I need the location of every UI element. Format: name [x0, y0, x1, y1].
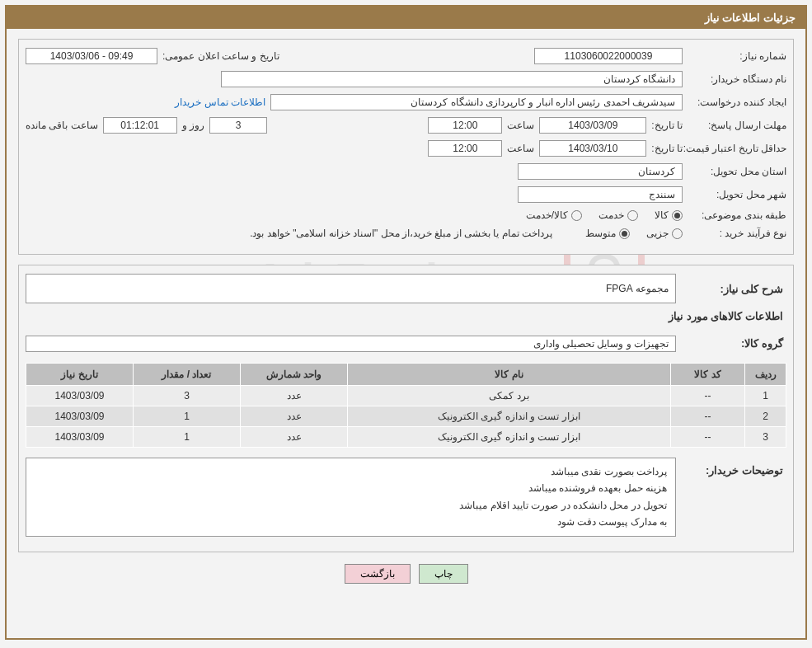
deadline-time: 12:00	[428, 117, 502, 134]
days-and-label: روز و	[182, 120, 204, 131]
time-label-1: ساعت	[507, 120, 534, 131]
radio-icon	[672, 228, 683, 239]
category-label: طبقه بندی موضوعی:	[688, 209, 786, 221]
delivery-province: کردستان	[518, 163, 683, 180]
group-label: گروه کالا:	[684, 337, 783, 350]
process-motavaset[interactable]: متوسط	[585, 228, 630, 239]
table-row: 3 -- ابزار تست و اندازه گیری الکترونیک ع…	[26, 427, 786, 448]
category-khedmat[interactable]: خدمت	[598, 209, 638, 221]
buyer-notes-label: توضیحات خریدار:	[684, 464, 783, 477]
time-label-2: ساعت	[507, 143, 534, 154]
print-button[interactable]: چاپ	[419, 564, 468, 584]
requester-label: ایجاد کننده درخواست:	[688, 96, 786, 108]
back-button[interactable]: بازگشت	[345, 564, 411, 584]
buyer-org-label: نام دستگاه خریدار:	[688, 73, 786, 85]
table-row: 2 -- ابزار تست و اندازه گیری الکترونیک ع…	[26, 406, 786, 427]
items-header: اطلاعات کالاهای مورد نیاز	[29, 310, 783, 322]
radio-icon	[619, 228, 630, 239]
validity-label: حداقل تاریخ اعتبار قیمت:	[688, 143, 786, 154]
page-header: جزئیات اطلاعات نیاز	[7, 7, 805, 29]
need-number-label: شماره نیاز:	[688, 50, 786, 62]
buyer-notes: پرداخت بصورت نقدی میباشد هزینه حمل بعهده…	[26, 458, 676, 537]
deadline-date: 1403/03/09	[539, 117, 646, 134]
need-panel: شرح کلی نیاز: مجموعه FPGA اطلاعات کالاها…	[18, 265, 794, 552]
info-panel: شماره نیاز: 1103060022000039 تاریخ و ساع…	[18, 39, 794, 255]
category-kala[interactable]: کالا	[655, 209, 683, 221]
overall-need-label: شرح کلی نیاز:	[684, 283, 783, 295]
radio-icon	[672, 210, 683, 221]
items-table: ردیف کد کالا نام کالا واحد شمارش تعداد /…	[26, 363, 786, 448]
th-date: تاریخ نیاز	[26, 364, 134, 386]
overall-need-value: مجموعه FPGA	[26, 274, 676, 303]
delivery-province-label: استان محل تحویل:	[688, 166, 786, 177]
delivery-city: سنندج	[518, 186, 683, 203]
th-name: نام کالا	[348, 364, 671, 386]
delivery-city-label: شهر محل تحویل:	[688, 189, 786, 200]
table-row: 1 -- برد کمکی عدد 3 1403/03/09	[26, 386, 786, 406]
process-label: نوع فرآیند خرید :	[688, 228, 786, 239]
announce-value: 09:49 - 1403/03/06	[26, 48, 157, 64]
th-qty: تعداد / مقدار	[134, 364, 241, 386]
remaining-label: ساعت باقی مانده	[26, 120, 98, 131]
to-date-label: تا تاریخ:	[651, 120, 683, 131]
days-remaining: 3	[209, 117, 267, 134]
requester-value: سیدشریف احمدی رئیس اداره انبار و کارپردا…	[270, 94, 683, 110]
th-code: کد کالا	[671, 364, 745, 386]
th-unit: واحد شمارش	[241, 364, 348, 386]
validity-date: 1403/03/10	[539, 140, 646, 157]
announce-label: تاریخ و ساعت اعلان عمومی:	[162, 50, 279, 62]
page-title: جزئیات اطلاعات نیاز	[705, 12, 796, 24]
buyer-org-value: دانشگاه کردستان	[221, 71, 683, 87]
deadline-label: مهلت ارسال پاسخ:	[688, 120, 786, 131]
process-jozi[interactable]: جزیی	[646, 228, 683, 239]
th-idx: ردیف	[745, 364, 786, 386]
group-value: تجهیزات و وسایل تحصیلی واداری	[26, 336, 676, 352]
to-date-label-2: تا تاریخ:	[651, 143, 683, 154]
radio-icon	[571, 210, 582, 221]
radio-icon	[627, 210, 638, 221]
countdown: 01:12:01	[103, 117, 177, 134]
process-note: پرداخت تمام یا بخشی از مبلغ خرید،از محل …	[250, 228, 552, 239]
category-kalakhedmat[interactable]: کالا/خدمت	[526, 209, 582, 221]
validity-time: 12:00	[428, 140, 502, 157]
buyer-contact-link[interactable]: اطلاعات تماس خریدار	[175, 96, 265, 108]
need-number-value: 1103060022000039	[534, 48, 683, 64]
